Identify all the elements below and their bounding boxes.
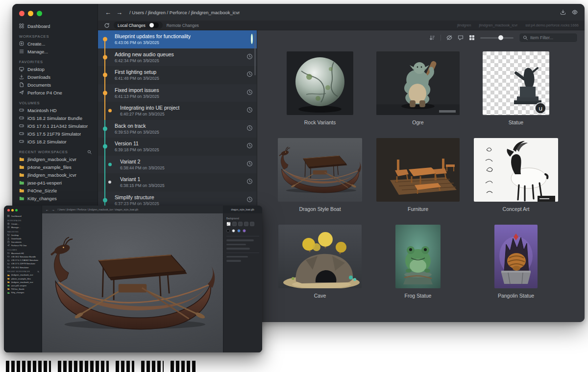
commit-row[interactable]: First lighting setup6:41:48 PM on 3/9/20… xyxy=(98,66,257,84)
sidebar-item-kitty-changes[interactable]: Kitty_changes xyxy=(4,291,42,294)
zoom-window-button[interactable] xyxy=(15,209,18,211)
sidebar-item-documents[interactable]: Documents xyxy=(12,81,98,89)
bg-option-swatch[interactable] xyxy=(238,222,243,226)
comment-icon[interactable] xyxy=(458,35,464,41)
grid-view-icon[interactable] xyxy=(469,35,475,41)
sidebar-item-manage[interactable]: Manage... xyxy=(4,226,42,229)
forward-button[interactable]: → xyxy=(51,208,55,211)
sidebar-item-desktop[interactable]: Desktop xyxy=(12,65,98,73)
asset-card-dragon-style-boat[interactable]: Dragon Style Boat xyxy=(274,138,366,212)
sidebar-item-macintosh-hd[interactable]: Macintosh HD xyxy=(4,252,42,255)
sidebar-item-create[interactable]: Create... xyxy=(4,222,42,226)
minimize-window-button[interactable] xyxy=(11,209,14,211)
item-filter-field[interactable] xyxy=(519,33,578,43)
download-tray-icon[interactable] xyxy=(560,9,566,15)
history-icon[interactable] xyxy=(246,125,253,131)
sidebar-item-ios-18-2-simulator[interactable]: iOS 18.2 Simulator xyxy=(12,138,98,145)
sidebar-item-desktop[interactable]: Desktop xyxy=(4,233,42,237)
folder-icon xyxy=(19,172,24,177)
sidebar-item-perforce-p4-one[interactable]: Perforce P4 One xyxy=(12,89,98,96)
asset-card-rock-variants[interactable]: Rock Variants xyxy=(274,51,366,125)
history-icon[interactable] xyxy=(246,53,253,60)
back-button[interactable]: ← xyxy=(46,208,49,211)
color-swatch-dark[interactable] xyxy=(226,229,230,232)
history-icon[interactable] xyxy=(246,89,253,95)
changes-toggle[interactable]: Local Changes xyxy=(114,22,163,29)
sidebar-item-p4one-sizzle[interactable]: P4One_Sizzle xyxy=(12,186,98,194)
asset-card-cave[interactable]: Cave xyxy=(274,225,366,299)
sidebar-item-dashboard[interactable]: Dashboard xyxy=(4,214,42,218)
sidebar-item-ios-17-0-1-21a342-simulator[interactable]: iOS 17.0.1 21A342 Simulator xyxy=(4,258,42,262)
sidebar-item-manage[interactable]: Manage... xyxy=(12,47,98,55)
sidebar-item-ios-18-2-simulator[interactable]: iOS 18.2 Simulator xyxy=(4,266,42,269)
history-icon[interactable] xyxy=(246,196,253,203)
sidebar-item-jlindgren-macbook-icvr[interactable]: jlindgren_macbook_icvr xyxy=(4,280,42,284)
history-icon[interactable] xyxy=(246,107,253,113)
close-window-button[interactable] xyxy=(7,209,10,211)
bg-option-swatch[interactable] xyxy=(250,222,254,226)
asset-card-statue[interactable]: uStatue xyxy=(470,51,562,125)
asset-card-furniture[interactable]: Furniture xyxy=(372,138,464,212)
sidebar-item-jase-p41-vesperi[interactable]: jase-p41-vesperi xyxy=(4,284,42,287)
model-viewport[interactable] xyxy=(42,213,223,352)
sidebar-item-p4one-example-files[interactable]: p4one_example_files xyxy=(4,277,42,280)
remote-changes-label[interactable]: Remote Changes xyxy=(167,23,199,28)
sidebar-item-kitty-changes[interactable]: Kitty_changes xyxy=(12,194,98,202)
zoom-window-button[interactable] xyxy=(37,11,42,16)
minimize-window-button[interactable] xyxy=(28,11,33,16)
sidebar-item-ios-18-2-simulator-bundle[interactable]: iOS 18.2 Simulator Bundle xyxy=(12,114,98,122)
changes-switch[interactable] xyxy=(149,23,159,28)
scrollbar-thumb[interactable] xyxy=(254,33,256,75)
thumbnail-size-slider[interactable] xyxy=(480,35,514,41)
close-window-button[interactable] xyxy=(19,11,24,16)
file-tab[interactable]: dragon_style_boat.glb xyxy=(223,206,262,213)
commit-row[interactable]: Variant 26:38:44 PM on 3/9/2025 xyxy=(98,156,257,174)
sidebar-item-jase-p41-vesperi[interactable]: jase-p41-vesperi xyxy=(12,179,98,186)
sidebar-item-ios-17-0-1-21a342-simulator[interactable]: iOS 17.0.1 21A342 Simulator xyxy=(12,122,98,130)
back-button[interactable]: ← xyxy=(105,9,111,16)
history-icon[interactable] xyxy=(246,161,253,167)
sidebar-item-documents[interactable]: Documents xyxy=(4,240,42,244)
asset-card-concept-art[interactable]: Concept Art xyxy=(470,138,562,212)
color-swatch-light[interactable] xyxy=(232,229,235,232)
transparent-bg-swatch[interactable] xyxy=(226,222,231,226)
commit-row[interactable]: Integrating into UE project6:40:27 PM on… xyxy=(98,102,257,120)
sidebar-item-p4one-sizzle[interactable]: P4One_Sizzle xyxy=(4,287,42,291)
asset-card-ogre[interactable]: Ogre xyxy=(372,51,464,125)
sidebar-item-ios-17-5-21f79-simulator[interactable]: iOS 17.5 21F79 Simulator xyxy=(12,130,98,138)
sidebar-item-downloads[interactable]: Downloads xyxy=(12,73,98,81)
sidebar-item-ios-18-2-simulator-bundle[interactable]: iOS 18.2 Simulator Bundle xyxy=(4,255,42,258)
commit-row[interactable]: Fixed import issues6:41:13 PM on 3/9/202… xyxy=(98,84,257,102)
commit-row[interactable]: Version 116:39:18 PM on 3/9/2025 xyxy=(98,138,257,156)
commit-row[interactable]: Blueprint updates for functionality6:43:… xyxy=(98,30,257,48)
sidebar-item-jlindgren-macbook-icvr[interactable]: jlindgren_macbook_icvr xyxy=(12,171,98,179)
history-icon[interactable] xyxy=(246,142,253,149)
sort-icon[interactable] xyxy=(429,35,435,41)
forward-button[interactable]: → xyxy=(116,9,122,16)
eye-icon[interactable] xyxy=(572,9,578,15)
commit-row[interactable]: Variant 16:38:15 PM on 3/9/2025 xyxy=(98,173,257,191)
sidebar-item-create[interactable]: Create... xyxy=(12,40,98,47)
commit-row[interactable]: Adding new audio queues6:42:34 PM on 3/9… xyxy=(98,48,257,67)
sidebar-item-dashboard[interactable]: Dashboard xyxy=(12,22,98,30)
hide-preview-icon[interactable] xyxy=(446,35,452,41)
refresh-icon[interactable] xyxy=(104,23,110,28)
asset-card-pangolin-statue[interactable]: Pangolin Statue xyxy=(470,225,562,299)
item-filter-input[interactable] xyxy=(530,35,574,40)
commit-row[interactable]: Back on track6:39:53 PM on 3/9/2025 xyxy=(98,120,257,138)
color-swatch-blue[interactable] xyxy=(237,229,241,232)
sidebar-item-downloads[interactable]: Downloads xyxy=(4,237,42,240)
color-swatch-purple[interactable] xyxy=(243,229,246,232)
history-icon[interactable] xyxy=(246,178,253,185)
sidebar-item-perforce-p4-one[interactable]: Perforce P4 One xyxy=(4,244,42,247)
bg-option-swatch[interactable] xyxy=(232,222,237,226)
bg-option-swatch[interactable] xyxy=(244,222,248,226)
sidebar-item-p4one-example-files[interactable]: p4one_example_files xyxy=(12,163,98,171)
asset-card-frog-statue[interactable]: Frog Statue xyxy=(372,225,464,299)
sidebar-item-ios-17-5-21f79-simulator[interactable]: iOS 17.5 21F79 Simulator xyxy=(4,262,42,265)
sidebar-item-jlindgren-macbook-icvr[interactable]: jlindgren_macbook_icvr xyxy=(12,155,98,163)
sidebar-item-macintosh-hd[interactable]: Macintosh HD xyxy=(12,106,98,114)
sidebar-item-jlindgren-macbook-icvr[interactable]: jlindgren_macbook_icvr xyxy=(4,273,42,277)
history-icon[interactable] xyxy=(246,71,253,77)
slider-knob[interactable] xyxy=(498,35,503,40)
